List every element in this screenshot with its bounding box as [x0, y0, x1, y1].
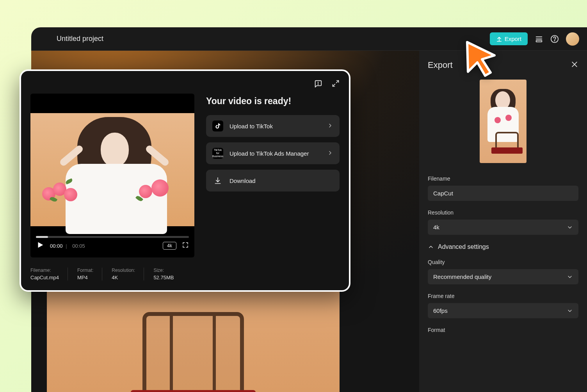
close-icon[interactable] — [571, 60, 578, 70]
panels-icon[interactable] — [535, 35, 543, 43]
export-thumbnail — [480, 80, 527, 163]
time-current: 00:00 — [50, 243, 63, 249]
advanced-settings-label: Advanced settings — [438, 243, 489, 250]
export-panel-title: Export — [428, 60, 453, 70]
upload-tiktok-button[interactable]: Upload to TikTok — [206, 115, 340, 137]
quality-select[interactable]: Recommended quality — [428, 269, 578, 284]
fi-format-value: MP4 — [77, 275, 93, 280]
help-icon[interactable] — [550, 35, 559, 43]
export-button-label: Export — [505, 35, 521, 42]
filename-input[interactable] — [428, 186, 578, 201]
export-button[interactable]: Export — [490, 32, 528, 45]
file-info: Filename: CapCut.mp4 Format: MP4 Resolut… — [30, 268, 194, 280]
chevron-down-icon — [567, 224, 573, 231]
fi-resolution-label: Resolution: — [112, 268, 135, 273]
fi-filename-label: Filename: — [30, 268, 59, 273]
upload-tiktok-ads-button[interactable]: TikTokfor Business Upload to TikTok Ads … — [206, 142, 340, 164]
upload-icon — [496, 36, 502, 42]
download-button[interactable]: Download — [206, 170, 340, 192]
project-title[interactable]: Untitled project — [57, 35, 490, 43]
chevron-right-icon — [327, 122, 333, 130]
svg-rect-2 — [536, 40, 542, 42]
download-label: Download — [229, 177, 333, 184]
svg-line-10 — [333, 84, 335, 87]
chevron-right-icon — [327, 150, 333, 157]
video-ready-modal: 00:00 | 00:05 4k Filename: CapCut.mp4 — [20, 69, 350, 292]
svg-marker-11 — [38, 242, 43, 248]
header-actions: Export — [490, 32, 579, 46]
fi-filename-value: CapCut.mp4 — [30, 275, 59, 280]
chevron-up-icon — [428, 244, 434, 250]
ready-title: Your video is ready! — [206, 96, 340, 106]
chevron-down-icon — [567, 274, 573, 280]
video-player[interactable]: 00:00 | 00:05 4k — [30, 94, 194, 257]
quality-label: Quality — [428, 259, 578, 265]
upload-tiktok-label: Upload to TikTok — [229, 123, 321, 129]
fi-size-value: 52.75MB — [153, 275, 174, 280]
fullscreen-icon[interactable] — [182, 241, 189, 250]
svg-point-8 — [318, 84, 318, 85]
fi-resolution-value: 4K — [112, 275, 135, 280]
svg-point-4 — [554, 41, 555, 41]
fi-size-label: Size: — [153, 268, 174, 273]
download-icon — [212, 175, 223, 186]
resolution-badge: 4k — [163, 242, 176, 250]
resolution-select[interactable]: 4k — [428, 220, 578, 235]
play-icon[interactable] — [36, 241, 44, 251]
expand-icon[interactable] — [332, 80, 340, 90]
filename-label: Filename — [428, 176, 578, 182]
svg-line-9 — [336, 81, 339, 83]
tiktok-icon — [212, 121, 223, 131]
frame-rate-label: Frame rate — [428, 293, 578, 299]
upload-tiktok-ads-label: Upload to TikTok Ads Manager — [229, 150, 321, 157]
advanced-settings-toggle[interactable]: Advanced settings — [428, 243, 578, 250]
frame-rate-value: 60fps — [433, 307, 448, 314]
player-frame — [30, 113, 194, 226]
resolution-value: 4k — [433, 224, 439, 231]
frame-rate-select[interactable]: 60fps — [428, 303, 578, 318]
feedback-icon[interactable] — [314, 80, 322, 90]
time-duration: 00:05 — [72, 243, 85, 249]
tiktok-ads-icon: TikTokfor Business — [212, 148, 223, 159]
export-panel: Export Filename Resolution 4k — [419, 51, 587, 392]
app-header: Untitled project Export — [31, 27, 587, 51]
avatar[interactable] — [566, 32, 579, 46]
resolution-label: Resolution — [428, 209, 578, 216]
quality-value: Recommended quality — [433, 273, 491, 280]
fi-format-label: Format: — [77, 268, 93, 273]
format-label: Format — [428, 327, 578, 333]
chevron-down-icon — [567, 308, 573, 314]
